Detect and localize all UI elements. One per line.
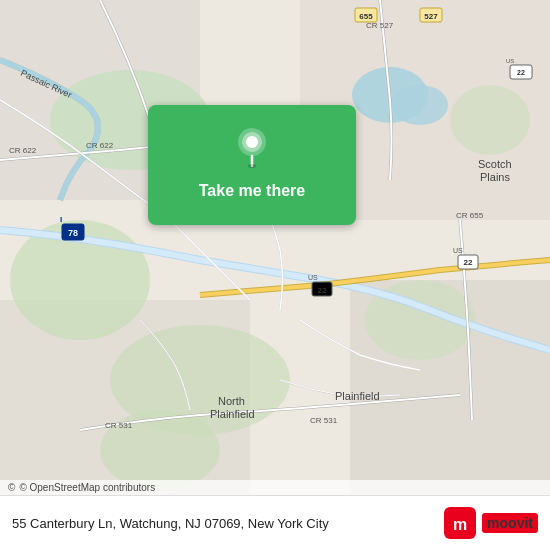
copyright-bar: © © OpenStreetMap contributors (0, 480, 550, 495)
svg-point-43 (246, 136, 258, 148)
svg-text:CR 622: CR 622 (9, 146, 37, 155)
svg-text:US: US (506, 58, 514, 64)
address-text: 55 Canterbury Ln, Watchung, NJ 07069, Ne… (12, 516, 444, 531)
svg-text:22: 22 (517, 69, 525, 76)
pin-icon-wrap (234, 126, 270, 172)
copyright-text: © OpenStreetMap contributors (19, 482, 155, 493)
svg-point-10 (450, 85, 530, 155)
svg-text:Scotch: Scotch (478, 158, 512, 170)
copyright-symbol: © (8, 482, 15, 493)
svg-text:CR 655: CR 655 (456, 211, 484, 220)
location-pin-icon (234, 126, 270, 168)
svg-text:m: m (453, 516, 467, 533)
moovit-logo: m moovit (444, 507, 538, 539)
bottom-bar: 55 Canterbury Ln, Watchung, NJ 07069, Ne… (0, 495, 550, 550)
svg-text:CR 622: CR 622 (86, 141, 114, 150)
svg-text:CR 531: CR 531 (105, 421, 133, 430)
svg-text:Plainfield: Plainfield (335, 390, 380, 402)
map-container: Passaic River 78 I 22 US 22 US CR 622 CR… (0, 0, 550, 495)
location-card: Take me there (148, 105, 356, 225)
map-svg: Passaic River 78 I 22 US 22 US CR 622 CR… (0, 0, 550, 495)
svg-point-12 (392, 85, 448, 125)
svg-text:78: 78 (68, 228, 78, 238)
take-me-there-button[interactable]: Take me there (191, 178, 313, 204)
moovit-label: moovit (482, 513, 538, 533)
svg-text:527: 527 (424, 12, 438, 21)
svg-point-44 (248, 164, 256, 168)
moovit-icon: m (444, 507, 476, 539)
svg-text:I: I (60, 215, 62, 224)
svg-text:Plainfield: Plainfield (210, 408, 255, 420)
svg-text:22: 22 (318, 286, 327, 295)
svg-text:North: North (218, 395, 245, 407)
svg-text:22: 22 (464, 258, 473, 267)
svg-text:Plains: Plains (480, 171, 510, 183)
svg-text:655: 655 (359, 12, 373, 21)
svg-text:CR 531: CR 531 (310, 416, 338, 425)
svg-text:US: US (453, 247, 463, 254)
address-section: 55 Canterbury Ln, Watchung, NJ 07069, Ne… (12, 516, 444, 531)
svg-text:US: US (308, 274, 318, 281)
